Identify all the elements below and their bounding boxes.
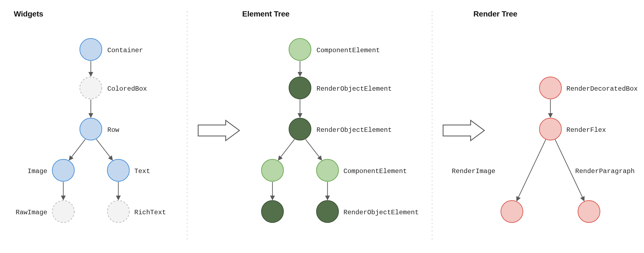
transition-arrow-1	[198, 120, 239, 141]
node-component-2	[261, 159, 283, 181]
node-roe-1	[289, 77, 311, 99]
node-roe-3	[261, 201, 283, 223]
node-renderparagraph	[578, 201, 600, 223]
node-renderimage	[501, 201, 523, 223]
node-component-1	[289, 38, 311, 60]
label-component-3: ComponentElement	[343, 168, 407, 175]
edge-row-image	[69, 139, 85, 160]
edge-row-text	[96, 139, 112, 160]
label-component-1: ComponentElement	[316, 47, 380, 54]
label-renderparagraph: RenderParagraph	[575, 168, 635, 175]
node-component-3	[316, 159, 339, 181]
node-coloredbox	[80, 77, 102, 99]
title-element-tree: Element Tree	[242, 10, 290, 18]
node-flex	[539, 118, 561, 140]
edge-e3	[279, 139, 294, 160]
label-flex: RenderFlex	[566, 126, 606, 134]
label-roe-1: RenderObjectElement	[316, 85, 392, 93]
label-text: Text	[134, 168, 150, 175]
label-renderimage: RenderImage	[452, 168, 495, 175]
node-richtext	[107, 201, 129, 223]
label-decoratedbox: RenderDecoratedBox	[566, 85, 638, 93]
title-render-tree: Render Tree	[473, 10, 517, 18]
label-image: Image	[28, 168, 47, 175]
panel-widgets: Widgets Container ColoredBox Row Image T…	[14, 10, 166, 223]
label-richtext: RichText	[134, 209, 166, 216]
edge-r2	[517, 140, 546, 201]
title-widgets: Widgets	[14, 10, 43, 18]
edge-e4	[305, 139, 321, 160]
label-roe-4: RenderObjectElement	[343, 209, 419, 216]
diagram-canvas: Widgets Container ColoredBox Row Image T…	[0, 0, 644, 253]
label-roe-2: RenderObjectElement	[316, 126, 392, 134]
node-roe-4	[316, 201, 339, 223]
label-row: Row	[107, 126, 119, 134]
node-row	[80, 118, 102, 140]
node-image	[52, 159, 74, 181]
label-container: Container	[107, 47, 143, 54]
transition-arrow-2	[443, 120, 484, 141]
panel-element-tree: Element Tree ComponentElement RenderObje…	[242, 10, 419, 223]
node-text	[107, 159, 129, 181]
node-decoratedbox	[539, 77, 561, 99]
panel-render-tree: Render Tree RenderDecoratedBox RenderFle…	[452, 10, 638, 223]
label-rawimage: RawImage	[16, 209, 47, 216]
node-container	[80, 38, 102, 60]
node-roe-2	[289, 118, 311, 140]
node-rawimage	[52, 201, 74, 223]
label-coloredbox: ColoredBox	[107, 85, 147, 93]
